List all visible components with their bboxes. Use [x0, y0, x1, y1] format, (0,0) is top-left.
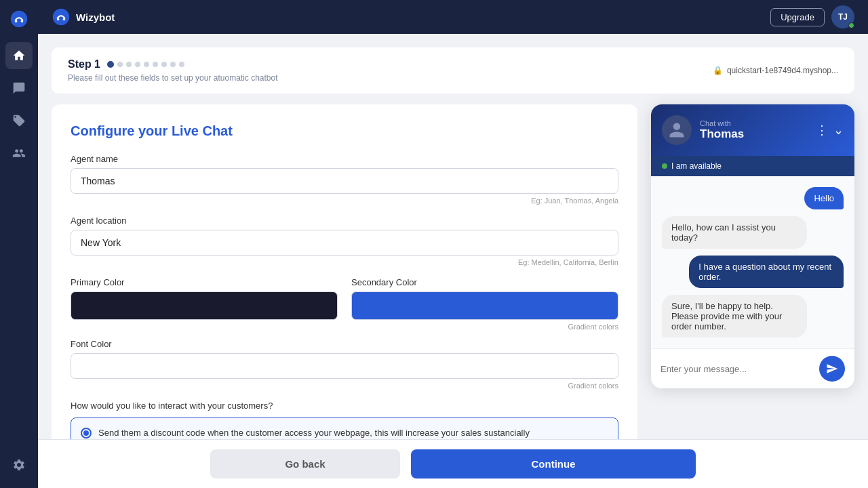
- chat-avatar: [662, 115, 692, 145]
- agent-name-input[interactable]: [71, 168, 618, 194]
- colors-row: Primary Color Secondary Color: [71, 277, 618, 320]
- chat-input-area: [651, 348, 854, 388]
- chat-header: Chat with Thomas ⋮ ⌄: [651, 104, 854, 156]
- form-title: Configure your Live Chat: [71, 123, 618, 139]
- lock-icon: 🔒: [713, 66, 723, 75]
- send-icon: [826, 363, 838, 375]
- chat-available-bar: I am available: [651, 156, 854, 176]
- upgrade-button[interactable]: Upgrade: [770, 8, 825, 26]
- step-dot-1: [107, 61, 114, 68]
- message-3: I have a question about my recent order.: [662, 256, 844, 288]
- agent-location-input[interactable]: [71, 230, 618, 256]
- step-dot-4: [135, 62, 140, 67]
- secondary-color-swatch[interactable]: [351, 291, 618, 320]
- message-4: Sure, I'll be happy to help. Please prov…: [662, 295, 844, 338]
- option-card[interactable]: Send them a discount code when the custo…: [71, 418, 618, 439]
- sidebar-item-chat[interactable]: [5, 75, 33, 102]
- online-indicator: [848, 22, 854, 28]
- chat-name-area: Chat with Thomas: [700, 119, 808, 141]
- message-2: Hello, how can I assist you today?: [662, 216, 844, 249]
- main-area: Wizybot Upgrade TJ Step 1: [38, 0, 868, 488]
- option-radio[interactable]: [81, 428, 92, 439]
- available-text: I am available: [671, 161, 722, 171]
- chat-widget: Chat with Thomas ⋮ ⌄ I am available: [651, 104, 854, 388]
- chat-with-label: Chat with: [700, 119, 808, 127]
- step-dot-5: [144, 62, 149, 67]
- step-dot-8: [170, 62, 176, 67]
- agent-name-label: Agent name: [71, 154, 618, 164]
- option-text: Send them a discount code when the custo…: [98, 426, 530, 439]
- msg-bubble-question: I have a question about my recent order.: [689, 256, 844, 288]
- step-dot-7: [161, 62, 167, 67]
- svg-point-5: [63, 18, 66, 21]
- sidebar: [0, 0, 38, 488]
- step-title: Step 1: [68, 58, 278, 70]
- step-dot-6: [153, 62, 158, 67]
- step-dot-3: [126, 62, 132, 67]
- logo-icon: [9, 9, 28, 28]
- sidebar-item-settings[interactable]: [5, 451, 33, 479]
- sidebar-item-tags[interactable]: [5, 107, 33, 134]
- secondary-color-group: Secondary Color: [351, 277, 618, 320]
- primary-color-label: Primary Color: [71, 277, 338, 287]
- msg-bubble-hello: Hello: [804, 187, 844, 209]
- app-name: Wizybot: [76, 12, 115, 23]
- font-color-label: Font Color: [71, 339, 618, 349]
- msg-bubble-help: Sure, I'll be happy to help. Please prov…: [662, 295, 807, 338]
- sidebar-item-home[interactable]: [5, 42, 33, 69]
- chat-messages: Hello Hello, how can I assist you today?…: [651, 176, 854, 348]
- preview-card: Chat with Thomas ⋮ ⌄ I am available: [651, 104, 854, 439]
- primary-color-group: Primary Color: [71, 277, 338, 320]
- continue-button[interactable]: Continue: [411, 449, 696, 479]
- secondary-color-label: Secondary Color: [351, 277, 618, 287]
- sidebar-item-users[interactable]: [5, 140, 33, 167]
- chat-chevron-icon[interactable]: ⌄: [833, 123, 844, 138]
- settings-icon: [12, 458, 26, 472]
- form-card: Configure your Live Chat Agent name Eg: …: [52, 104, 637, 439]
- font-color-input[interactable]: [71, 353, 618, 379]
- agent-location-label: Agent location: [71, 216, 618, 226]
- font-color-group: Font Color Gradient colors: [71, 339, 618, 390]
- svg-point-1: [15, 20, 18, 23]
- step-url: 🔒 quickstart-1e8749d4.myshop...: [713, 66, 838, 75]
- primary-color-swatch[interactable]: [71, 291, 338, 320]
- topbar: Wizybot Upgrade TJ: [38, 0, 868, 34]
- tag-icon: [12, 114, 26, 127]
- font-gradient-hint: Gradient colors: [71, 382, 618, 390]
- msg-bubble-assist: Hello, how can I assist you today?: [662, 216, 807, 249]
- send-button[interactable]: [819, 356, 845, 382]
- color-gradient-hint: Gradient colors: [71, 323, 618, 331]
- chat-input[interactable]: [660, 364, 814, 374]
- agent-name-group: Agent name Eg: Juan, Thomas, Angela: [71, 154, 618, 205]
- topbar-actions: Upgrade TJ: [770, 5, 854, 28]
- svg-point-0: [11, 11, 28, 28]
- agent-location-group: Agent location Eg: Medellin, California,…: [71, 216, 618, 266]
- step-description: Please fill out these fields to set up y…: [68, 73, 278, 83]
- logo-area: [0, 9, 38, 28]
- step-dot-9: [179, 62, 184, 67]
- svg-point-3: [53, 9, 70, 26]
- svg-point-4: [57, 18, 60, 21]
- message-1: Hello: [662, 187, 844, 209]
- step-bar: Step 1 Please fill out these fields to s…: [52, 47, 854, 94]
- step-dots: [107, 61, 184, 68]
- content-area: Step 1 Please fill out these fields to s…: [38, 34, 868, 439]
- step-dot-2: [117, 62, 123, 67]
- interact-label: How would you like to interact with your…: [71, 401, 618, 411]
- user-avatar[interactable]: TJ: [831, 5, 854, 28]
- available-dot: [662, 163, 667, 169]
- chat-more-icon[interactable]: ⋮: [816, 123, 828, 138]
- bottom-bar: Go back Continue: [38, 439, 868, 488]
- svg-point-2: [21, 20, 24, 23]
- topbar-logo: Wizybot: [52, 7, 115, 26]
- avatar-icon: [668, 121, 686, 139]
- chat-icon: [12, 81, 26, 95]
- avatar-initials: TJ: [838, 12, 848, 22]
- users-icon: [12, 146, 26, 160]
- home-icon: [12, 49, 26, 62]
- chat-agent-name: Thomas: [700, 127, 808, 141]
- topbar-logo-icon: [52, 7, 71, 26]
- step-left: Step 1 Please fill out these fields to s…: [68, 58, 278, 83]
- form-preview-area: Configure your Live Chat Agent name Eg: …: [52, 104, 854, 439]
- go-back-button[interactable]: Go back: [210, 449, 400, 479]
